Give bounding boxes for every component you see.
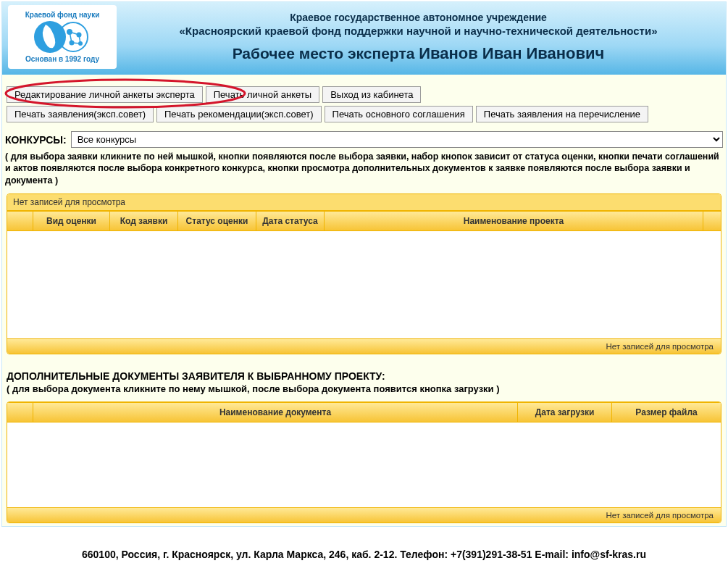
applications-grid: Нет записей для просмотра Вид оценки Код… (7, 193, 721, 354)
workplace-title: Рабочее место эксперта Иванов Иван Ивано… (124, 44, 713, 63)
dcol-date[interactable]: Дата загрузки (518, 403, 612, 422)
logout-button[interactable]: Выход из кабинета (322, 86, 421, 103)
col-project[interactable]: Наименование проекта (325, 212, 703, 230)
logo-bottom-text: Основан в 1992 году (25, 55, 99, 63)
col-status[interactable]: Статус оценки (178, 212, 256, 230)
applications-grid-footer: Нет записей для просмотра (7, 338, 721, 354)
workplace-prefix: Рабочее место эксперта (233, 45, 419, 62)
print-transfer-button[interactable]: Печать заявления на перечисление (476, 106, 648, 122)
documents-grid: Наименование документа Дата загрузки Раз… (7, 401, 721, 523)
documents-grid-body (7, 422, 721, 507)
svg-line-9 (72, 43, 80, 43)
dcol-selector (7, 403, 33, 422)
applications-grid-body (7, 231, 721, 338)
org-name: «Красноярский краевой фонд поддержки нау… (124, 25, 713, 37)
page-header: Краевой фонд науки Основан в 1992 году К… (2, 2, 726, 75)
print-recommendation-button[interactable]: Печать рекомендации(эксп.совет) (156, 106, 322, 122)
contests-label: КОНКУРСЫ: (5, 134, 67, 146)
documents-grid-footer: Нет записей для просмотра (7, 507, 721, 523)
edit-profile-button[interactable]: Редактирование личной анкеты эксперта (7, 86, 203, 103)
org-type: Краевое государственное автономное учреж… (124, 12, 713, 23)
print-profile-button[interactable]: Печать личной анкеты (206, 86, 319, 103)
applications-grid-caption: Нет записей для просмотра (7, 194, 721, 211)
print-application-button[interactable]: Печать заявления(эксп.совет) (7, 106, 154, 122)
dcol-name[interactable]: Наименование документа (33, 403, 518, 422)
expert-name: Иванов Иван Иванович (419, 44, 604, 62)
col-selector (7, 212, 33, 230)
documents-grid-header: Наименование документа Дата загрузки Раз… (7, 402, 721, 422)
logo-top-text: Краевой фонд науки (25, 11, 100, 19)
contests-select[interactable]: Все конкурсы (71, 131, 723, 148)
col-trailing (703, 212, 721, 230)
print-agreement-button[interactable]: Печать основного соглашения (325, 106, 473, 122)
page-footer: 660100, Россия, г. Красноярск, ул. Карла… (0, 549, 728, 560)
docs-section-hint: ( для выбора документа кликните по нему … (2, 382, 726, 399)
col-type[interactable]: Вид оценки (33, 212, 110, 230)
applications-grid-header: Вид оценки Код заявки Статус оценки Дата… (7, 211, 721, 231)
col-code[interactable]: Код заявки (110, 212, 178, 230)
logo: Краевой фонд науки Основан в 1992 году (8, 5, 117, 69)
docs-section-title: ДОПОЛНИТЕЛЬНЫЕ ДОКУМЕНТЫ ЗАЯВИТЕЛЯ К ВЫБ… (2, 357, 726, 382)
logo-icon (30, 19, 95, 55)
toolbar: Редактирование личной анкеты эксперта Пе… (2, 75, 726, 127)
contests-hint: ( для выбора заявки кликните по ней мышк… (2, 149, 726, 191)
dcol-size[interactable]: Размер файла (612, 403, 721, 422)
col-date[interactable]: Дата статуса (256, 212, 325, 230)
